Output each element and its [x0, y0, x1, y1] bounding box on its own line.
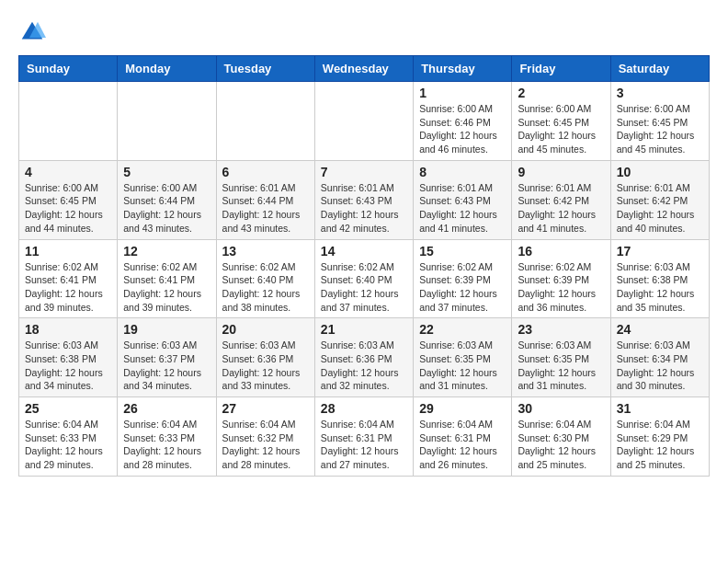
day-number: 17: [617, 244, 703, 259]
calendar-cell: [118, 82, 216, 161]
day-number: 20: [222, 322, 309, 337]
day-info: Sunrise: 6:01 AM Sunset: 6:44 PM Dayligh…: [222, 181, 309, 236]
calendar-cell: 10Sunrise: 6:01 AM Sunset: 6:42 PM Dayli…: [610, 160, 709, 239]
calendar-cell: [19, 82, 118, 161]
day-info: Sunrise: 6:03 AM Sunset: 6:35 PM Dayligh…: [419, 339, 506, 393]
calendar-day-header: Friday: [512, 56, 610, 82]
calendar-week-row: 25Sunrise: 6:04 AM Sunset: 6:33 PM Dayli…: [19, 397, 710, 477]
day-info: Sunrise: 6:04 AM Sunset: 6:31 PM Dayligh…: [419, 418, 506, 472]
day-info: Sunrise: 6:01 AM Sunset: 6:43 PM Dayligh…: [321, 181, 407, 236]
day-info: Sunrise: 6:02 AM Sunset: 6:40 PM Dayligh…: [222, 260, 309, 315]
day-info: Sunrise: 6:00 AM Sunset: 6:45 PM Dayligh…: [518, 102, 604, 156]
day-info: Sunrise: 6:04 AM Sunset: 6:32 PM Dayligh…: [222, 418, 309, 472]
day-info: Sunrise: 6:04 AM Sunset: 6:30 PM Dayligh…: [518, 418, 604, 472]
day-number: 4: [25, 165, 111, 179]
day-info: Sunrise: 6:00 AM Sunset: 6:45 PM Dayligh…: [25, 181, 111, 236]
calendar-day-header: Monday: [118, 56, 216, 82]
day-info: Sunrise: 6:01 AM Sunset: 6:43 PM Dayligh…: [419, 181, 506, 236]
day-number: 16: [518, 244, 604, 259]
logo-icon: [18, 18, 46, 46]
day-info: Sunrise: 6:03 AM Sunset: 6:35 PM Dayligh…: [518, 339, 604, 393]
calendar-header-row: SundayMondayTuesdayWednesdayThursdayFrid…: [19, 56, 710, 82]
day-info: Sunrise: 6:04 AM Sunset: 6:33 PM Dayligh…: [25, 418, 111, 472]
day-number: 8: [419, 165, 506, 179]
day-number: 24: [617, 322, 703, 337]
day-number: 3: [617, 86, 703, 100]
day-number: 26: [123, 401, 210, 416]
day-info: Sunrise: 6:01 AM Sunset: 6:42 PM Dayligh…: [518, 181, 604, 236]
calendar-cell: 9Sunrise: 6:01 AM Sunset: 6:42 PM Daylig…: [512, 160, 610, 239]
page-header: [18, 18, 710, 46]
day-number: 23: [518, 322, 604, 337]
day-info: Sunrise: 6:02 AM Sunset: 6:41 PM Dayligh…: [25, 260, 111, 315]
day-info: Sunrise: 6:03 AM Sunset: 6:37 PM Dayligh…: [123, 339, 210, 393]
day-number: 15: [419, 244, 506, 259]
calendar-day-header: Wednesday: [314, 56, 413, 82]
day-number: 21: [321, 322, 407, 337]
day-info: Sunrise: 6:02 AM Sunset: 6:39 PM Dayligh…: [518, 260, 604, 315]
day-number: 1: [419, 86, 506, 100]
calendar-cell: 1Sunrise: 6:00 AM Sunset: 6:46 PM Daylig…: [414, 82, 512, 161]
calendar-cell: 19Sunrise: 6:03 AM Sunset: 6:37 PM Dayli…: [118, 318, 216, 397]
calendar-cell: 17Sunrise: 6:03 AM Sunset: 6:38 PM Dayli…: [610, 239, 709, 318]
day-number: 28: [321, 401, 407, 416]
calendar-day-header: Thursday: [414, 56, 512, 82]
calendar-cell: 2Sunrise: 6:00 AM Sunset: 6:45 PM Daylig…: [512, 82, 610, 161]
calendar-cell: 29Sunrise: 6:04 AM Sunset: 6:31 PM Dayli…: [414, 397, 512, 477]
day-number: 30: [518, 401, 604, 416]
day-info: Sunrise: 6:03 AM Sunset: 6:38 PM Dayligh…: [617, 260, 703, 315]
calendar-cell: 15Sunrise: 6:02 AM Sunset: 6:39 PM Dayli…: [414, 239, 512, 318]
day-info: Sunrise: 6:00 AM Sunset: 6:46 PM Dayligh…: [419, 102, 506, 156]
calendar: SundayMondayTuesdayWednesdayThursdayFrid…: [18, 55, 710, 477]
day-info: Sunrise: 6:04 AM Sunset: 6:29 PM Dayligh…: [617, 418, 703, 472]
day-info: Sunrise: 6:02 AM Sunset: 6:41 PM Dayligh…: [123, 260, 210, 315]
day-number: 22: [419, 322, 506, 337]
calendar-cell: 12Sunrise: 6:02 AM Sunset: 6:41 PM Dayli…: [118, 239, 216, 318]
calendar-week-row: 18Sunrise: 6:03 AM Sunset: 6:38 PM Dayli…: [19, 318, 710, 397]
calendar-cell: 24Sunrise: 6:03 AM Sunset: 6:34 PM Dayli…: [610, 318, 709, 397]
day-number: 9: [518, 165, 604, 179]
calendar-cell: 4Sunrise: 6:00 AM Sunset: 6:45 PM Daylig…: [19, 160, 118, 239]
day-number: 5: [123, 165, 210, 179]
calendar-cell: 14Sunrise: 6:02 AM Sunset: 6:40 PM Dayli…: [314, 239, 413, 318]
day-info: Sunrise: 6:02 AM Sunset: 6:40 PM Dayligh…: [321, 260, 407, 315]
day-info: Sunrise: 6:03 AM Sunset: 6:38 PM Dayligh…: [25, 339, 111, 393]
day-number: 18: [25, 322, 111, 337]
calendar-cell: 3Sunrise: 6:00 AM Sunset: 6:45 PM Daylig…: [610, 82, 709, 161]
calendar-cell: [314, 82, 413, 161]
calendar-cell: 25Sunrise: 6:04 AM Sunset: 6:33 PM Dayli…: [19, 397, 118, 477]
calendar-week-row: 1Sunrise: 6:00 AM Sunset: 6:46 PM Daylig…: [19, 82, 710, 161]
calendar-cell: 13Sunrise: 6:02 AM Sunset: 6:40 PM Dayli…: [216, 239, 314, 318]
calendar-week-row: 11Sunrise: 6:02 AM Sunset: 6:41 PM Dayli…: [19, 239, 710, 318]
day-info: Sunrise: 6:03 AM Sunset: 6:36 PM Dayligh…: [222, 339, 309, 393]
calendar-cell: 21Sunrise: 6:03 AM Sunset: 6:36 PM Dayli…: [314, 318, 413, 397]
day-number: 31: [617, 401, 703, 416]
calendar-day-header: Saturday: [610, 56, 709, 82]
day-number: 25: [25, 401, 111, 416]
day-number: 12: [123, 244, 210, 259]
day-number: 27: [222, 401, 309, 416]
day-number: 7: [321, 165, 407, 179]
day-info: Sunrise: 6:03 AM Sunset: 6:36 PM Dayligh…: [321, 339, 407, 393]
calendar-cell: 6Sunrise: 6:01 AM Sunset: 6:44 PM Daylig…: [216, 160, 314, 239]
day-info: Sunrise: 6:00 AM Sunset: 6:45 PM Dayligh…: [617, 102, 703, 156]
calendar-day-header: Sunday: [19, 56, 118, 82]
day-number: 14: [321, 244, 407, 259]
day-number: 29: [419, 401, 506, 416]
calendar-cell: 16Sunrise: 6:02 AM Sunset: 6:39 PM Dayli…: [512, 239, 610, 318]
calendar-cell: [216, 82, 314, 161]
logo: [18, 18, 50, 46]
calendar-week-row: 4Sunrise: 6:00 AM Sunset: 6:45 PM Daylig…: [19, 160, 710, 239]
day-number: 6: [222, 165, 309, 179]
calendar-day-header: Tuesday: [216, 56, 314, 82]
calendar-cell: 30Sunrise: 6:04 AM Sunset: 6:30 PM Dayli…: [512, 397, 610, 477]
day-info: Sunrise: 6:01 AM Sunset: 6:42 PM Dayligh…: [617, 181, 703, 236]
calendar-cell: 26Sunrise: 6:04 AM Sunset: 6:33 PM Dayli…: [118, 397, 216, 477]
calendar-cell: 8Sunrise: 6:01 AM Sunset: 6:43 PM Daylig…: [414, 160, 512, 239]
calendar-cell: 23Sunrise: 6:03 AM Sunset: 6:35 PM Dayli…: [512, 318, 610, 397]
calendar-cell: 31Sunrise: 6:04 AM Sunset: 6:29 PM Dayli…: [610, 397, 709, 477]
calendar-cell: 7Sunrise: 6:01 AM Sunset: 6:43 PM Daylig…: [314, 160, 413, 239]
calendar-cell: 11Sunrise: 6:02 AM Sunset: 6:41 PM Dayli…: [19, 239, 118, 318]
calendar-cell: 18Sunrise: 6:03 AM Sunset: 6:38 PM Dayli…: [19, 318, 118, 397]
calendar-cell: 27Sunrise: 6:04 AM Sunset: 6:32 PM Dayli…: [216, 397, 314, 477]
